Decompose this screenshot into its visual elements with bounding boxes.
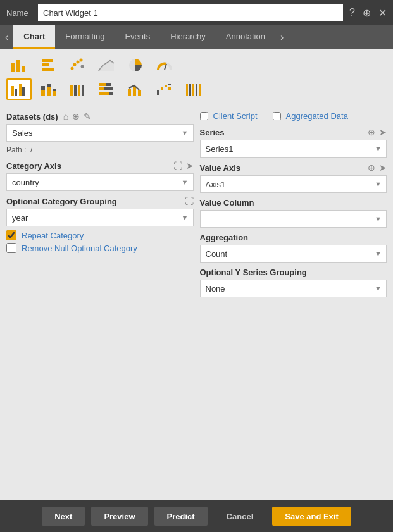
name-input[interactable]: [38, 4, 343, 21]
datasets-select[interactable]: Sales: [6, 124, 194, 142]
chart-type-waterfall[interactable]: [152, 78, 177, 100]
aggregation-dropdown-container: Count ▼: [200, 245, 387, 263]
chart-type-multiline[interactable]: [65, 78, 90, 100]
value-column-select[interactable]: [200, 210, 387, 228]
chart-type-hstacked[interactable]: [94, 78, 119, 100]
remove-null-checkbox[interactable]: [6, 243, 16, 253]
svg-rect-38: [161, 87, 163, 90]
value-axis-title: Value Axis: [200, 163, 241, 173]
next-button[interactable]: Next: [42, 507, 85, 526]
repeat-category-label: Repeat Category: [22, 231, 84, 240]
svg-rect-19: [41, 86, 45, 90]
tab-chart[interactable]: Chart: [13, 25, 55, 49]
svg-rect-30: [99, 87, 104, 90]
datasets-edit-icon[interactable]: ✎: [84, 111, 91, 121]
category-axis-structure-icon[interactable]: ⛶: [173, 161, 182, 171]
chart-type-section: [0, 49, 393, 105]
save-exit-button[interactable]: Save and Exit: [272, 507, 351, 526]
svg-rect-28: [99, 83, 106, 86]
datasets-dropdown-container: Sales ▼: [6, 124, 194, 142]
optional-cat-header: Optional Category Grouping ⛶: [6, 196, 194, 206]
repeat-category-row: Repeat Category: [6, 230, 194, 240]
optional-cat-structure-icon[interactable]: ⛶: [185, 196, 194, 206]
svg-rect-0: [11, 63, 15, 72]
chart-type-stacked-bar[interactable]: [35, 78, 61, 100]
optional-y-header: Optional Y Series Grouping: [200, 268, 387, 277]
svg-rect-23: [53, 89, 56, 91]
datasets-add-icon[interactable]: ⊕: [72, 111, 80, 121]
svg-rect-16: [19, 84, 22, 96]
svg-point-7: [73, 63, 77, 66]
repeat-category-checkbox[interactable]: [6, 230, 16, 240]
svg-point-8: [77, 61, 80, 64]
chart-type-bar[interactable]: [6, 54, 32, 76]
name-label: Name: [6, 8, 32, 18]
svg-rect-32: [99, 92, 109, 95]
remove-null-row: Remove Null Optional Category: [6, 243, 194, 253]
value-axis-add-icon[interactable]: ⊕: [368, 163, 375, 173]
svg-rect-39: [165, 85, 167, 87]
tab-formatting[interactable]: Formatting: [55, 25, 115, 49]
help-icon[interactable]: ?: [349, 7, 355, 19]
optional-y-title: Optional Y Series Grouping: [200, 268, 307, 277]
optional-y-select[interactable]: None: [200, 280, 387, 297]
tab-prev-button[interactable]: ‹: [0, 25, 13, 49]
series-icons: ⊕ ➤: [368, 127, 387, 137]
svg-rect-37: [157, 90, 159, 95]
svg-rect-22: [53, 91, 56, 96]
move-icon[interactable]: ⊕: [363, 7, 371, 19]
svg-point-6: [71, 67, 74, 70]
svg-rect-46: [199, 84, 201, 96]
series-add-icon[interactable]: ⊕: [368, 127, 375, 137]
datasets-row: Datasets (ds) ⌂ ⊕ ✎: [6, 111, 194, 121]
svg-rect-33: [109, 92, 113, 95]
svg-rect-26: [78, 85, 80, 96]
aggregation-select[interactable]: Count: [200, 245, 387, 263]
cancel-button[interactable]: Cancel: [214, 507, 266, 526]
client-script-label: Client Script: [213, 111, 258, 121]
category-axis-icons: ⛶ ➤: [173, 161, 194, 171]
chart-type-pie[interactable]: [123, 54, 148, 76]
value-column-dropdown-container: ▼: [200, 210, 387, 228]
optional-cat-title: Optional Category Grouping: [6, 197, 117, 206]
category-axis-edit-icon[interactable]: ➤: [186, 161, 194, 171]
tab-events[interactable]: Events: [115, 25, 160, 49]
value-axis-edit-icon[interactable]: ➤: [379, 163, 387, 173]
svg-marker-11: [99, 61, 114, 71]
series-title: Series: [200, 128, 225, 137]
category-axis-select[interactable]: country: [6, 173, 194, 191]
datasets-home-icon[interactable]: ⌂: [63, 111, 68, 121]
svg-rect-4: [42, 63, 49, 66]
series-edit-icon[interactable]: ➤: [379, 127, 387, 137]
aggregation-title: Aggregation: [200, 233, 249, 242]
chart-type-combo[interactable]: [123, 78, 148, 100]
svg-rect-42: [186, 84, 188, 96]
svg-rect-45: [196, 84, 197, 96]
series-header: Series ⊕ ➤: [200, 127, 387, 137]
chart-type-gauge[interactable]: [152, 54, 177, 76]
chart-type-scatter[interactable]: [65, 54, 90, 76]
predict-button[interactable]: Predict: [154, 507, 208, 526]
svg-rect-1: [16, 60, 20, 72]
svg-point-9: [80, 59, 83, 62]
chart-type-multiseries[interactable]: [181, 78, 206, 100]
series-select[interactable]: Series1: [200, 140, 387, 158]
tab-annotation[interactable]: Annotation: [216, 25, 275, 49]
svg-rect-27: [82, 85, 84, 96]
chart-type-area[interactable]: [94, 54, 119, 76]
tab-hierarchy[interactable]: Hierarchy: [160, 25, 216, 49]
close-icon[interactable]: ✕: [378, 7, 387, 19]
value-column-title: Value Column: [200, 198, 254, 207]
value-axis-select[interactable]: Axis1: [200, 175, 387, 193]
value-column-header: Value Column: [200, 198, 387, 207]
preview-button[interactable]: Preview: [91, 507, 147, 526]
chart-type-hbar[interactable]: [35, 54, 61, 76]
chart-type-grouped-bar[interactable]: [6, 78, 32, 100]
aggregated-data-checkbox[interactable]: [273, 112, 281, 120]
client-script-checkbox[interactable]: [200, 112, 208, 120]
series-dropdown-container: Series1 ▼: [200, 140, 387, 158]
optional-cat-select[interactable]: year: [6, 209, 194, 226]
tab-next-button[interactable]: ›: [275, 25, 289, 49]
svg-rect-14: [11, 86, 14, 96]
svg-rect-25: [74, 85, 77, 96]
